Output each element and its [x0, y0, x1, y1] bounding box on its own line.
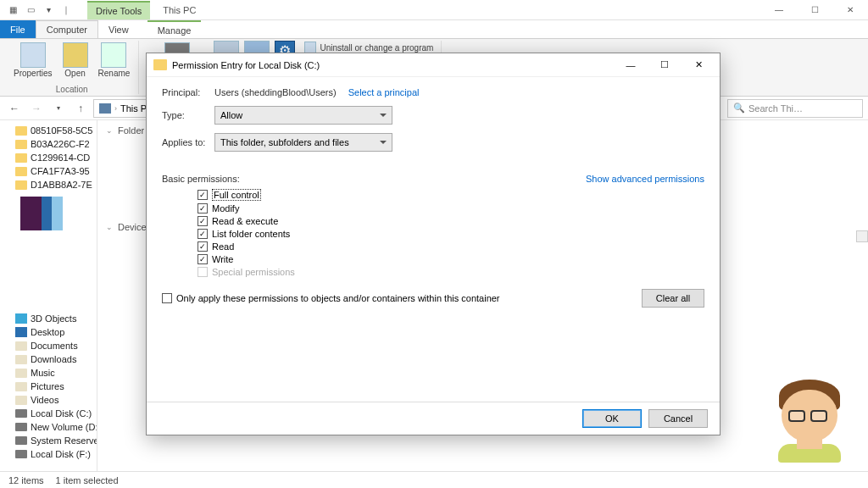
checkbox-read[interactable]: ✓Read [198, 241, 704, 252]
ribbon-properties[interactable]: Properties [10, 41, 56, 80]
checkbox-icon: ✓ [198, 190, 208, 200]
dialog-minimize-button[interactable]: — [616, 57, 645, 74]
tree-label: New Volume (D: [31, 422, 97, 432]
tab-view[interactable]: View [98, 20, 139, 38]
ok-button[interactable]: OK [582, 409, 642, 428]
tree-item[interactable]: System Reservec [0, 434, 97, 447]
scrollbar[interactable] [856, 230, 868, 242]
permission-entry-dialog: Permission Entry for Local Disk (C:) — ☐… [146, 53, 721, 435]
checkbox-modify[interactable]: ✓Modify [198, 203, 704, 214]
tree-item[interactable]: Videos [0, 393, 97, 407]
navigation-pane[interactable]: 08510F58-5C5 B03A226C-F2 C1299614-CD CFA… [0, 120, 97, 471]
tree-item[interactable]: 08510F58-5C5 [0, 124, 97, 137]
ribbon-open[interactable]: Open [59, 41, 92, 80]
tree-item[interactable]: D1ABB8A2-7E [0, 178, 97, 191]
checkbox-label: Read [212, 241, 234, 252]
dialog-button-row: OK Cancel [147, 402, 720, 435]
tab-computer[interactable]: Computer [36, 20, 98, 38]
tree-item[interactable]: New Volume (D: [0, 420, 97, 434]
checkbox-list-folder[interactable]: ✓List folder contents [198, 229, 704, 239]
checkbox-label: Special permissions [212, 267, 295, 277]
type-combo[interactable]: Allow [214, 106, 392, 125]
combo-value: This folder, subfolders and files [220, 137, 349, 147]
cancel-button[interactable]: Cancel [648, 409, 708, 428]
checkbox-special: Special permissions [198, 267, 704, 277]
drive-icon [15, 450, 27, 458]
tree-item[interactable]: CFA1F7A3-95 [0, 164, 97, 178]
tree-item[interactable]: Desktop [0, 325, 97, 339]
clear-all-button[interactable]: Clear all [642, 289, 704, 308]
tree-label: CFA1F7A3-95 [31, 166, 90, 176]
dialog-titlebar[interactable]: Permission Entry for Local Disk (C:) — ☐… [147, 53, 720, 77]
status-bar: 12 items 1 item selected [0, 471, 868, 488]
drive-icon [15, 436, 27, 445]
qat-dropdown-icon[interactable]: ▾ [41, 3, 56, 18]
dialog-close-button[interactable]: ✕ [684, 57, 713, 74]
contextual-tab-label: Drive Tools [87, 1, 150, 19]
button-label: Cancel [664, 413, 693, 424]
explorer-icon: ▦ [5, 3, 20, 18]
objects-icon [15, 313, 27, 324]
minimize-button[interactable]: — [761, 0, 797, 20]
qat-separator: ｜ [58, 3, 74, 18]
folder-icon [153, 59, 167, 70]
properties-icon [20, 42, 46, 68]
title-bar: ▦ ▭ ▾ ｜ Drive Tools This PC — ☐ ✕ [0, 0, 868, 20]
show-advanced-link[interactable]: Show advanced permissions [586, 174, 704, 184]
checkbox-label: Only apply these permissions to objects … [176, 293, 500, 303]
tree-item[interactable]: B03A226C-F2 [0, 137, 97, 151]
pictures-icon [15, 382, 27, 391]
checkbox-write[interactable]: ✓Write [198, 254, 704, 264]
thumbnail [20, 197, 63, 230]
checkbox-icon: ✓ [198, 229, 208, 239]
ribbon-rename[interactable]: Rename [95, 41, 134, 80]
tree-label: Documents [31, 341, 78, 351]
rename-icon [101, 42, 126, 68]
tree-label: Pictures [31, 381, 64, 391]
button-label: Clear all [656, 293, 690, 303]
window-title: This PC [163, 5, 196, 15]
tab-file[interactable]: File [0, 20, 36, 38]
chevron-down-icon: ⌄ [106, 223, 113, 231]
checkbox-only-apply[interactable]: Only apply these permissions to objects … [162, 293, 500, 303]
forward-button[interactable]: → [27, 99, 46, 118]
search-input[interactable]: 🔍 Search Thi… [727, 99, 863, 118]
tree-label: Local Disk (C:) [31, 408, 92, 419]
tree-item[interactable]: Pictures [0, 380, 97, 393]
applies-combo[interactable]: This folder, subfolders and files [214, 133, 392, 152]
tree-item[interactable]: Documents [0, 339, 97, 352]
dialog-maximize-button[interactable]: ☐ [650, 57, 679, 74]
tree-label: Desktop [31, 327, 64, 337]
checkbox-label: Full control [212, 189, 261, 201]
recent-dropdown[interactable]: ▾ [49, 99, 68, 118]
tree-item[interactable]: C1299614-CD [0, 151, 97, 164]
select-principal-link[interactable]: Select a principal [348, 87, 420, 97]
tree-item[interactable]: 3D Objects [0, 312, 97, 325]
tree-label: 08510F58-5C5 [31, 125, 92, 136]
group-label: Folder [118, 125, 144, 136]
principal-label: Principal: [162, 87, 214, 97]
tab-manage[interactable]: Manage [147, 20, 202, 38]
tree-item[interactable]: Music [0, 366, 97, 380]
close-button[interactable]: ✕ [832, 0, 868, 20]
checkbox-full-control[interactable]: ✓Full control [198, 189, 704, 201]
checkbox-label: Modify [212, 203, 239, 214]
open-icon [63, 42, 88, 68]
back-button[interactable]: ← [5, 99, 24, 118]
applies-label: Applies to: [162, 137, 214, 147]
tree-label: C1299614-CD [31, 152, 90, 163]
qat-properties-icon[interactable]: ▭ [23, 3, 38, 18]
checkbox-read-execute[interactable]: ✓Read & execute [198, 216, 704, 226]
status-selection: 1 item selected [56, 475, 119, 485]
music-icon [15, 369, 27, 378]
tree-label: Music [31, 368, 55, 378]
maximize-button[interactable]: ☐ [797, 0, 832, 20]
tree-item[interactable]: Local Disk (F:) [0, 447, 97, 461]
checkbox-icon: ✓ [198, 203, 208, 214]
search-placeholder: Search Thi… [748, 103, 803, 114]
status-count: 12 items [8, 475, 44, 485]
tree-item[interactable]: Downloads [0, 352, 97, 366]
up-button[interactable]: ↑ [71, 99, 90, 118]
tree-item[interactable]: Local Disk (C:) [0, 407, 97, 420]
checkbox-label: Write [212, 254, 233, 264]
